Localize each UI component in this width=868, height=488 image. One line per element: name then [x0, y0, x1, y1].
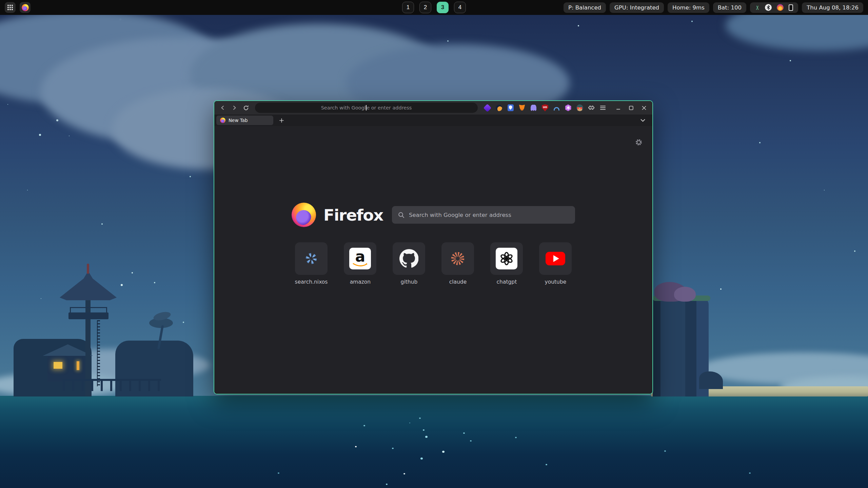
app-launcher-button[interactable]: [5, 2, 16, 13]
url-bar[interactable]: Search with Google or enter address: [255, 103, 478, 113]
forward-button[interactable]: [229, 103, 239, 113]
power-profile-widget[interactable]: P: Balanced: [564, 2, 606, 13]
latency-widget[interactable]: Home: 9ms: [668, 2, 709, 13]
purple-layers-icon[interactable]: [484, 104, 491, 111]
workspace-button-3-active[interactable]: 3: [437, 2, 449, 13]
app-grid-icon: [7, 5, 13, 10]
tab-list-chevron-icon[interactable]: [638, 116, 648, 125]
shortcut-label: claude: [449, 279, 467, 285]
firefox-favicon-icon: [220, 118, 225, 123]
firefox-window: Search with Google or enter address UO: [214, 100, 653, 394]
chatgpt-openai-icon: [490, 242, 523, 275]
hamburger-menu-icon[interactable]: [599, 104, 606, 111]
personalize-gear-icon[interactable]: [635, 138, 643, 146]
reload-button[interactable]: [241, 103, 251, 113]
top-bar: 1 2 3 4 P: Balanced GPU: Integrated Home…: [0, 0, 868, 15]
puzzle-piece-icon[interactable]: [588, 104, 595, 111]
blue-arc-icon[interactable]: [553, 104, 560, 111]
tab-label: New Tab: [229, 118, 248, 123]
flame-icon[interactable]: [777, 4, 784, 11]
firefox-icon: [22, 4, 29, 11]
close-button[interactable]: [639, 103, 649, 113]
ublock-shield-icon[interactable]: UO: [541, 104, 549, 111]
shortcut-chatgpt[interactable]: chatgpt: [490, 242, 523, 285]
watchtower-platform: [68, 312, 108, 319]
phone-icon[interactable]: [789, 4, 793, 11]
maximize-button[interactable]: [626, 103, 636, 113]
workspace-button-4[interactable]: 4: [454, 2, 466, 13]
hut-window-light: [54, 362, 62, 369]
shortcut-amazon[interactable]: a amazon: [344, 242, 376, 285]
workspace-switcher: 1 2 3 4: [402, 2, 466, 13]
amazon-icon: a: [344, 242, 376, 275]
newtab-hero: Firefox Search with Google or enter addr…: [292, 203, 575, 227]
dark-reader-icon[interactable]: [495, 104, 502, 111]
firefox-wordmark: Firefox: [323, 206, 383, 224]
window-controls: [613, 103, 649, 113]
shortcut-label: amazon: [350, 279, 371, 285]
hut-window-light: [77, 361, 79, 370]
shortcut-github[interactable]: github: [393, 242, 425, 285]
clock-widget[interactable]: Thu Aug 08, 18:26: [802, 2, 863, 13]
ghost-icon[interactable]: [530, 104, 537, 111]
shortcut-label: search.nixos: [295, 279, 328, 285]
system-tray: ✂: [750, 2, 798, 13]
firefox-logo: [292, 203, 316, 227]
url-placeholder-left: Search with Googl: [321, 105, 366, 110]
back-button[interactable]: [218, 103, 228, 113]
rope-ladder: [97, 320, 100, 386]
watchtower-finial: [87, 264, 89, 274]
sea: [0, 396, 868, 488]
extension-icons: UO: [482, 104, 608, 111]
navigation-toolbar: Search with Google or enter address UO: [214, 101, 652, 115]
search-placeholder: Search with Google or enter address: [409, 212, 511, 218]
shortcut-search-nixos[interactable]: search.nixos: [295, 242, 328, 285]
wooden-walkway: [63, 379, 161, 391]
search-icon: [398, 212, 405, 218]
avatar-goggles-icon[interactable]: [576, 104, 583, 111]
youtube-play-icon: [539, 242, 572, 275]
watchtower-railing: [70, 307, 107, 312]
shortcut-label: github: [401, 279, 418, 285]
shortcut-label: chatgpt: [497, 279, 517, 285]
tab-bar: New Tab: [214, 115, 652, 126]
tab-new-tab[interactable]: New Tab: [216, 116, 273, 125]
bluetooth-icon[interactable]: [765, 4, 772, 11]
workspace-button-1[interactable]: 1: [402, 2, 414, 13]
metamask-fox-icon[interactable]: [518, 104, 526, 111]
top-bar-status: P: Balanced GPU: Integrated Home: 9ms Ba…: [564, 2, 863, 13]
newtab-search-input[interactable]: Search with Google or enter address: [392, 206, 575, 224]
gpu-widget[interactable]: GPU: Integrated: [610, 2, 664, 13]
workspace-button-2[interactable]: 2: [419, 2, 431, 13]
new-tab-page: Firefox Search with Google or enter addr…: [214, 126, 652, 394]
firefox-launcher-button[interactable]: [20, 2, 31, 13]
shortcut-label: youtube: [545, 279, 567, 285]
nixos-snowflake-icon: [295, 242, 328, 275]
url-placeholder-right: e or enter address: [367, 105, 412, 110]
shortcut-grid: search.nixos a amazon github: [295, 242, 572, 285]
boulder: [674, 287, 696, 302]
battery-widget[interactable]: Bat: 100: [713, 2, 746, 13]
minimize-button[interactable]: [613, 103, 623, 113]
hex-snowflake-icon[interactable]: [565, 104, 572, 111]
top-bar-left: [5, 2, 31, 13]
shortcut-youtube[interactable]: youtube: [539, 242, 572, 285]
github-octocat-icon: [393, 242, 425, 275]
claude-starburst-icon: [441, 242, 474, 275]
shortcut-claude[interactable]: claude: [441, 242, 474, 285]
new-tab-button[interactable]: [277, 116, 286, 125]
scissors-icon[interactable]: ✂: [755, 5, 761, 10]
blue-shield-lock-icon[interactable]: [507, 104, 514, 111]
